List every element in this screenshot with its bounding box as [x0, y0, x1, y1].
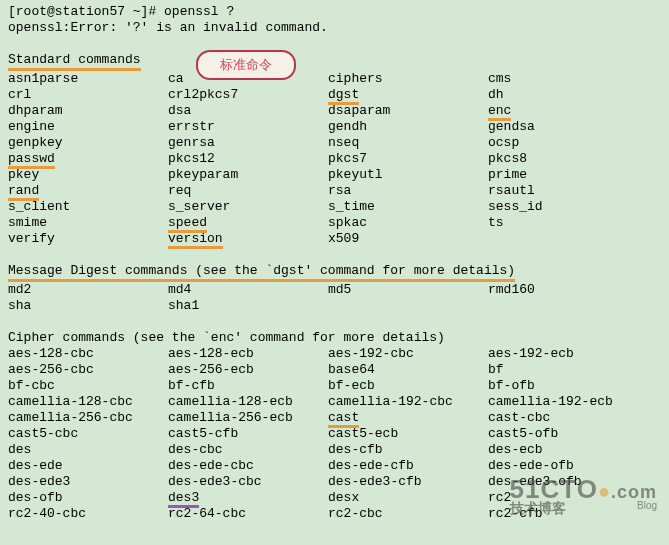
digest-commands-table: md2md4md5rmd160shasha1	[8, 282, 661, 314]
command-cell: des-ede-ofb	[488, 458, 648, 474]
command-cell: dhparam	[8, 103, 168, 119]
section-title-digest: Message Digest commands (see the `dgst' …	[8, 263, 661, 282]
table-row: rc2-40-cbcrc2-64-cbcrc2-cbcrc2-cfb	[8, 506, 661, 522]
command-cell: s_time	[328, 199, 488, 215]
table-row: camellia-256-cbccamellia-256-ecbcastcast…	[8, 410, 661, 426]
command-cell: bf-ecb	[328, 378, 488, 394]
command-cell: desx	[328, 490, 488, 506]
command-cell: rand	[8, 183, 168, 199]
command-cell: des-ede3-cfb	[328, 474, 488, 490]
table-row: desdes-cbcdes-cfbdes-ecb	[8, 442, 661, 458]
command-cell: cast5-cfb	[168, 426, 328, 442]
command-cell: des3	[168, 490, 328, 506]
command-cell: md2	[8, 282, 168, 298]
command-cell: rc2	[488, 490, 648, 506]
command-cell: cast	[328, 410, 488, 426]
prompt-line: [root@station57 ~]# openssl ?	[8, 4, 661, 20]
table-row: passwdpkcs12pkcs7pkcs8	[8, 151, 661, 167]
table-row: md2md4md5rmd160	[8, 282, 661, 298]
command-cell: rc2-64-cbc	[168, 506, 328, 522]
command-cell: aes-256-cbc	[8, 362, 168, 378]
table-row: randreqrsarsautl	[8, 183, 661, 199]
command-cell: s_server	[168, 199, 328, 215]
standard-commands-table: asn1parsecacipherscmscrlcrl2pkcs7dgstdhd…	[8, 71, 661, 247]
command-cell: dsa	[168, 103, 328, 119]
command-cell: gendh	[328, 119, 488, 135]
table-row: aes-128-cbcaes-128-ecbaes-192-cbcaes-192…	[8, 346, 661, 362]
command-cell: bf-cbc	[8, 378, 168, 394]
table-row: crlcrl2pkcs7dgstdh	[8, 87, 661, 103]
table-row: cast5-cbccast5-cfbcast5-ecbcast5-ofb	[8, 426, 661, 442]
command-cell: prime	[488, 167, 648, 183]
command-cell: rc2-40-cbc	[8, 506, 168, 522]
command-cell: bf-ofb	[488, 378, 648, 394]
table-row: engineerrstrgendhgendsa	[8, 119, 661, 135]
command-cell: genpkey	[8, 135, 168, 151]
command-cell: req	[168, 183, 328, 199]
command-cell: des-cbc	[168, 442, 328, 458]
command-cell: des-ede-cbc	[168, 458, 328, 474]
command-cell: enc	[488, 103, 648, 119]
command-cell: rc2-cfb	[488, 506, 648, 522]
command-cell: cast5-ecb	[328, 426, 488, 442]
command-cell: dsaparam	[328, 103, 488, 119]
command-cell: des-cfb	[328, 442, 488, 458]
error-line: openssl:Error: '?' is an invalid command…	[8, 20, 661, 36]
command-cell: rsautl	[488, 183, 648, 199]
command-cell: asn1parse	[8, 71, 168, 87]
command-cell: rmd160	[488, 282, 648, 298]
command-cell: passwd	[8, 151, 168, 167]
command-cell: des-ofb	[8, 490, 168, 506]
command-cell: cms	[488, 71, 648, 87]
command-cell: des	[8, 442, 168, 458]
section-title-cipher: Cipher commands (see the `enc' command f…	[8, 330, 661, 346]
command-cell: ciphers	[328, 71, 488, 87]
cipher-commands-table: aes-128-cbcaes-128-ecbaes-192-cbcaes-192…	[8, 346, 661, 522]
command-cell: gendsa	[488, 119, 648, 135]
table-row: pkeypkeyparampkeyutlprime	[8, 167, 661, 183]
command-cell: camellia-192-ecb	[488, 394, 648, 410]
command-cell: camellia-128-cbc	[8, 394, 168, 410]
command-cell: ts	[488, 215, 648, 231]
table-row: verifyversionx509	[8, 231, 661, 247]
command-cell: s_client	[8, 199, 168, 215]
command-cell: pkeyutl	[328, 167, 488, 183]
command-cell: genrsa	[168, 135, 328, 151]
command-cell: speed	[168, 215, 328, 231]
blank	[8, 247, 661, 263]
command-cell: aes-128-ecb	[168, 346, 328, 362]
table-row: des-ededes-ede-cbcdes-ede-cfbdes-ede-ofb	[8, 458, 661, 474]
command-cell: des-ede3-cbc	[168, 474, 328, 490]
command-cell: aes-128-cbc	[8, 346, 168, 362]
command-cell: pkcs7	[328, 151, 488, 167]
command-cell: md4	[168, 282, 328, 298]
command-cell: crl	[8, 87, 168, 103]
command-cell: crl2pkcs7	[168, 87, 328, 103]
command-cell: ocsp	[488, 135, 648, 151]
command-cell: aes-192-cbc	[328, 346, 488, 362]
command-cell: md5	[328, 282, 488, 298]
command-cell: sha	[8, 298, 168, 314]
command-cell: aes-256-ecb	[168, 362, 328, 378]
blank	[8, 36, 661, 52]
command-cell: smime	[8, 215, 168, 231]
command-cell: cast5-ofb	[488, 426, 648, 442]
table-row: aes-256-cbcaes-256-ecbbase64bf	[8, 362, 661, 378]
command-cell: pkcs12	[168, 151, 328, 167]
command-cell: des-ede3	[8, 474, 168, 490]
command-cell: dh	[488, 87, 648, 103]
table-row: s_clients_servers_timesess_id	[8, 199, 661, 215]
command-cell: bf-cfb	[168, 378, 328, 394]
blank	[8, 314, 661, 330]
command-cell: dgst	[328, 87, 488, 103]
command-cell: engine	[8, 119, 168, 135]
command-cell: camellia-256-ecb	[168, 410, 328, 426]
command-cell: version	[168, 231, 328, 247]
table-row: genpkeygenrsanseqocsp	[8, 135, 661, 151]
table-row: camellia-128-cbccamellia-128-ecbcamellia…	[8, 394, 661, 410]
command-cell: camellia-192-cbc	[328, 394, 488, 410]
command-cell: cast5-cbc	[8, 426, 168, 442]
table-row: dhparamdsadsaparamenc	[8, 103, 661, 119]
command-cell: des-ecb	[488, 442, 648, 458]
command-cell: nseq	[328, 135, 488, 151]
